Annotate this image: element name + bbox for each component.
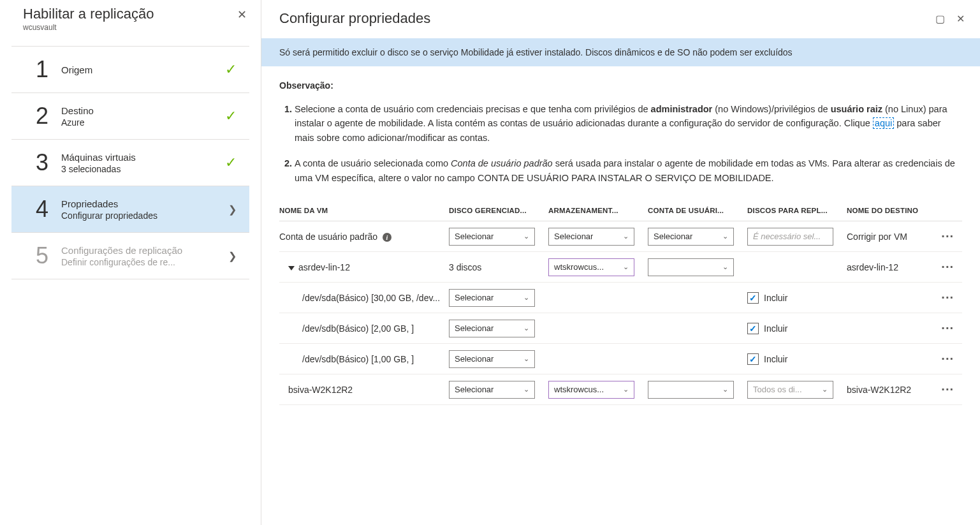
observacao-heading: Observação: xyxy=(279,80,962,91)
step-label: Destino xyxy=(61,105,225,116)
include-checkbox[interactable]: ✓ xyxy=(747,292,759,304)
step-number: 3 xyxy=(36,151,61,174)
dest-name: asrdev-lin-12 xyxy=(847,262,930,272)
account-select[interactable]: ⌄ xyxy=(648,258,734,276)
row-menu-button[interactable]: ··· xyxy=(933,260,959,274)
step-label: Máquinas virtuais xyxy=(61,152,225,163)
left-header: Habilitar a replicação wcusvault ✕ xyxy=(0,0,261,40)
chevron-down-icon: ⌄ xyxy=(523,385,529,394)
chevron-down-icon: ⌄ xyxy=(623,385,629,394)
chevron-down-icon: ⌄ xyxy=(523,232,529,240)
wizard-step-5: 5 Configurações de replicação Definir co… xyxy=(11,232,249,279)
th-account: CONTA DE USUÁRI... xyxy=(648,207,743,214)
include-checkbox[interactable]: ✓ xyxy=(747,323,759,334)
right-header: Configurar propriedades ▢ ✕ xyxy=(261,0,980,38)
dest-name: Corrigir por VM xyxy=(847,232,930,242)
info-icon[interactable]: i xyxy=(383,233,391,242)
step-sublabel: Definir configurações de re... xyxy=(61,257,228,267)
th-vm: NOME DA VM xyxy=(279,207,445,214)
chevron-down-icon: ⌄ xyxy=(623,263,629,271)
wizard-step-4[interactable]: 4 Propriedades Configurar propriedades ❯ xyxy=(11,186,249,232)
text-bold: administrador xyxy=(651,104,713,114)
th-storage: ARMAZENAMENT... xyxy=(548,207,644,214)
left-panel: Habilitar a replicação wcusvault ✕ 1 Ori… xyxy=(0,0,261,525)
disk-select[interactable]: Selecionar⌄ xyxy=(449,320,535,337)
th-dest: NOME DO DESTINO xyxy=(847,207,930,214)
wizard-step-1[interactable]: 1 Origem ✓ xyxy=(11,46,249,92)
disk-select[interactable]: Selecionar⌄ xyxy=(449,381,535,399)
table-row-default: Conta de usuário padrão i Selecionar⌄ Se… xyxy=(279,221,962,252)
disk-name: /dev/sdb(Básico) [2,00 GB, ] xyxy=(279,323,445,334)
chevron-down-icon: ⌄ xyxy=(523,293,529,302)
row-menu-button[interactable]: ··· xyxy=(933,382,959,397)
text: Selecione a conta de usuário com credenc… xyxy=(295,104,651,114)
repl-select-disabled: É necessário sel... xyxy=(747,228,833,246)
checkmark-icon: ✓ xyxy=(225,154,237,171)
include-label: Incluir xyxy=(764,354,787,364)
chevron-down-icon: ⌄ xyxy=(523,355,529,363)
vm-name-cell[interactable]: asrdev-lin-12 xyxy=(279,262,445,272)
left-subtitle: wcusvault xyxy=(23,23,154,32)
step-number: 1 xyxy=(36,58,61,81)
info-banner: Só será permitido excluir o disco se o s… xyxy=(261,38,980,66)
left-title: Habilitar a replicação xyxy=(23,6,154,22)
wizard-step-2[interactable]: 2 Destino Azure ✓ xyxy=(11,92,249,139)
step-sublabel: 3 selecionadas xyxy=(61,164,225,174)
text: (no Windows)/privilégios de xyxy=(712,104,830,114)
row-menu-button[interactable]: ··· xyxy=(933,290,959,305)
wizard-step-3[interactable]: 3 Máquinas virtuais 3 selecionadas ✓ xyxy=(11,139,249,186)
chevron-down-icon: ⌄ xyxy=(722,263,728,271)
vm-table: NOME DA VM DISCO GERENCIAD... ARMAZENAME… xyxy=(279,202,962,405)
row-menu-button[interactable]: ··· xyxy=(933,321,959,336)
table-row-disk: /dev/sdb(Básico) [2,00 GB, ] Selecionar⌄… xyxy=(279,313,962,344)
step-number: 2 xyxy=(36,105,61,128)
account-select[interactable]: Selecionar⌄ xyxy=(648,228,734,246)
step-number: 5 xyxy=(36,244,61,267)
row-menu-button[interactable]: ··· xyxy=(933,229,959,244)
disk-name: /dev/sdb(Básico) [1,00 GB, ] xyxy=(279,354,445,364)
include-label: Incluir xyxy=(764,323,787,334)
repl-select-disabled: Todos os di...⌄ xyxy=(747,381,833,399)
right-panel: Configurar propriedades ▢ ✕ Só será perm… xyxy=(261,0,980,525)
storage-select[interactable]: wtskrowcus...⌄ xyxy=(548,258,634,276)
observacao-list: Selecione a conta de usuário com credenc… xyxy=(279,102,962,185)
chevron-right-icon: ❯ xyxy=(228,250,237,262)
text: A conta de usuário selecionada como xyxy=(295,158,451,168)
text-italic: Conta de usuário padrão xyxy=(451,158,553,168)
table-row-vm: bsiva-W2K12R2 Selecionar⌄ wtskrowcus...⌄… xyxy=(279,374,962,405)
step-label: Propriedades xyxy=(61,198,228,209)
include-checkbox[interactable]: ✓ xyxy=(747,353,759,365)
vm-name-cell[interactable]: bsiva-W2K12R2 xyxy=(279,385,445,395)
step-label: Origem xyxy=(61,64,225,75)
chevron-right-icon: ❯ xyxy=(228,203,237,216)
storage-select[interactable]: Selecionar⌄ xyxy=(548,228,634,246)
account-select[interactable]: ⌄ xyxy=(648,381,734,399)
row-menu-button[interactable]: ··· xyxy=(933,351,959,366)
th-disk: DISCO GERENCIAD... xyxy=(449,207,545,214)
text: Conta de usuário padrão xyxy=(279,232,377,242)
maximize-icon[interactable]: ▢ xyxy=(935,13,945,25)
expand-icon[interactable] xyxy=(288,266,295,270)
close-icon[interactable]: ✕ xyxy=(956,13,965,25)
chevron-down-icon: ⌄ xyxy=(722,385,728,394)
disk-name: /dev/sda(Básico) [30,00 GB, /dev... xyxy=(279,293,445,303)
disk-select[interactable]: Selecionar⌄ xyxy=(449,350,535,368)
chevron-down-icon: ⌄ xyxy=(523,324,529,332)
step-sublabel: Configurar propriedades xyxy=(61,211,228,221)
table-row-vm: asrdev-lin-12 3 discos wtskrowcus...⌄ ⌄ … xyxy=(279,252,962,283)
storage-select[interactable]: wtskrowcus...⌄ xyxy=(548,381,634,399)
checkmark-icon: ✓ xyxy=(225,61,237,78)
text-bold: usuário raiz xyxy=(831,104,882,114)
step-label: Configurações de replicação xyxy=(61,245,228,256)
aqui-link[interactable]: aqui xyxy=(873,117,894,129)
disk-count: 3 discos xyxy=(449,262,545,272)
disk-select[interactable]: Selecionar⌄ xyxy=(449,228,535,246)
vm-name: asrdev-lin-12 xyxy=(298,262,350,272)
chevron-down-icon: ⌄ xyxy=(623,232,629,240)
page-title: Configurar propriedades xyxy=(279,10,430,27)
disk-select[interactable]: Selecionar⌄ xyxy=(449,289,535,307)
content-area: Observação: Selecione a conta de usuário… xyxy=(261,66,980,525)
dest-name: bsiva-W2K12R2 xyxy=(847,385,930,395)
step-sublabel: Azure xyxy=(61,117,225,128)
close-icon[interactable]: ✕ xyxy=(235,6,249,23)
